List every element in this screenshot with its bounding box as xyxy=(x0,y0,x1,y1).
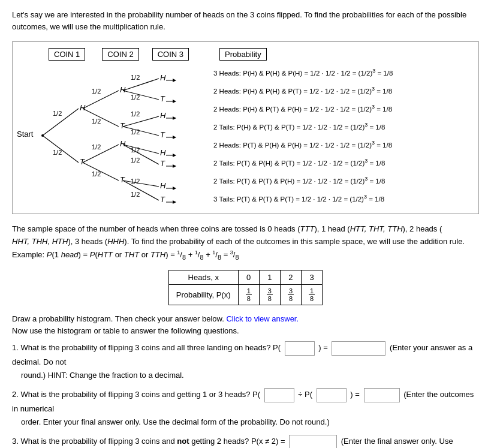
q3-text-after: getting 2 heads? P(x ≠ 2) = xyxy=(189,437,285,446)
svg-text:T: T xyxy=(160,94,165,103)
svg-text:1/2: 1/2 xyxy=(53,110,62,117)
svg-text:1/2: 1/2 xyxy=(131,191,140,198)
svg-text:1/2: 1/2 xyxy=(92,88,101,95)
now-use-text: Now use the histogram or table to answer… xyxy=(12,326,479,335)
q1-input-answer[interactable] xyxy=(332,341,385,356)
svg-line-32 xyxy=(123,145,159,154)
svg-text:1/2: 1/2 xyxy=(131,94,140,101)
svg-text:1/2: 1/2 xyxy=(131,128,140,136)
questions-section: 1. What is the probability of flipping 3… xyxy=(12,341,479,448)
q2-equals: ) = xyxy=(350,390,360,399)
svg-text:T: T xyxy=(160,195,165,204)
sample-space: The sample space of the number of heads … xyxy=(12,223,479,263)
q1-text-before: 1. What is the probability of flipping 3… xyxy=(12,343,281,352)
svg-text:1/2: 1/2 xyxy=(92,118,101,125)
prob-header: Probability xyxy=(219,48,267,61)
q3-input-answer[interactable] xyxy=(289,435,337,448)
prob-row-5: 2 Heads: P(T) & P(H) & P(H) = 1/2 · 1/2 … xyxy=(213,139,475,151)
tree-diagram: Start 1/2 H 1/2 T 1/2 H 1/2 T xyxy=(16,64,201,208)
svg-text:T: T xyxy=(120,175,125,184)
prob-row-4: 2 Tails: P(H) & P(T) & P(T) = 1/2 · 1/2 … xyxy=(213,121,475,133)
svg-line-29 xyxy=(123,127,159,136)
view-answer-link[interactable]: Click to view answer. xyxy=(226,314,299,323)
table-prob-3: 18 xyxy=(302,284,323,305)
probability-rows: 3 Heads: P(H) & P(H) & P(H) = 1/2 · 1/2 … xyxy=(207,64,475,208)
q3-not: not xyxy=(177,437,189,446)
probability-table: Heads, x 0 1 2 3 Probability, P(x) 18 38… xyxy=(168,270,323,305)
table-cell-0: 0 xyxy=(238,270,259,284)
prob-row-2: 2 Heads: P(H) & P(H) & P(T) = 1/2 · 1/2 … xyxy=(213,85,475,97)
question-1: 1. What is the probability of flipping 3… xyxy=(12,341,479,382)
diagram-area: COIN 1 COIN 2 COIN 3 Start 1/2 H 1/2 T xyxy=(12,41,479,214)
table-prob-1: 38 xyxy=(259,284,280,305)
svg-text:1/2: 1/2 xyxy=(92,143,101,151)
q2-note: order. Enter your final answer only. Use… xyxy=(21,417,330,426)
svg-text:T: T xyxy=(160,159,165,168)
svg-text:T: T xyxy=(160,130,165,139)
q2-text-before: 2. What is the probability of flipping 3… xyxy=(12,390,260,399)
svg-text:1/2: 1/2 xyxy=(131,74,140,81)
q1-equals: ) = xyxy=(318,343,328,352)
q2-divide: ÷ P( xyxy=(298,390,312,399)
q3-text-before: 3. What is the probability of flipping 3… xyxy=(12,437,177,446)
table-cell-3: 3 xyxy=(302,270,323,284)
q1-hint: round.) HINT: Change the fraction to a d… xyxy=(21,371,184,380)
q2-input-event1[interactable] xyxy=(264,388,294,402)
svg-text:1/2: 1/2 xyxy=(131,178,140,185)
svg-line-20 xyxy=(123,79,159,91)
svg-line-23 xyxy=(123,91,159,100)
svg-text:1/2: 1/2 xyxy=(53,149,62,156)
svg-line-35 xyxy=(123,145,159,164)
intro-text: Let's say we are interested in the proba… xyxy=(12,9,479,32)
question-3: 3. What is the probability of flipping 3… xyxy=(12,435,479,448)
svg-text:Start: Start xyxy=(17,130,34,139)
table-prob-2: 38 xyxy=(280,284,301,305)
coin1-header: COIN 1 xyxy=(49,48,85,61)
table-cell-1: 1 xyxy=(259,270,280,284)
table-header-prob: Probability, P(x) xyxy=(168,284,238,305)
svg-text:H: H xyxy=(160,111,166,120)
svg-text:1/2: 1/2 xyxy=(92,170,101,178)
table-header-heads: Heads, x xyxy=(168,270,238,284)
svg-line-26 xyxy=(123,116,159,127)
table-prob-0: 18 xyxy=(238,284,259,305)
prob-row-8: 3 Tails: P(T) & P(T) & P(T) = 1/2 · 1/2 … xyxy=(213,193,475,205)
prob-row-1: 3 Heads: P(H) & P(H) & P(H) = 1/2 · 1/2 … xyxy=(213,67,475,79)
prob-row-7: 2 Tails: P(T) & P(T) & P(H) = 1/2 · 1/2 … xyxy=(213,175,475,187)
q2-input-event2[interactable] xyxy=(317,388,347,402)
coin3-header: COIN 3 xyxy=(152,48,189,61)
question-2: 2. What is the probability of flipping 3… xyxy=(12,388,479,429)
prob-row-3: 2 Heads: P(H) & P(T) & P(H) = 1/2 · 1/2 … xyxy=(213,103,475,115)
svg-text:1/2: 1/2 xyxy=(131,110,140,118)
table-cell-2: 2 xyxy=(280,270,301,284)
q1-input-event[interactable] xyxy=(285,341,315,356)
svg-text:H: H xyxy=(160,73,166,82)
q2-input-answer[interactable] xyxy=(364,388,400,402)
svg-text:H: H xyxy=(120,139,126,148)
histogram-instruction: Draw a probability histogram. Then check… xyxy=(12,314,479,323)
svg-text:H: H xyxy=(160,148,166,157)
prob-row-6: 2 Tails: P(T) & P(H) & P(T) = 1/2 · 1/2 … xyxy=(213,157,475,169)
svg-text:T: T xyxy=(120,121,125,130)
svg-text:1/2: 1/2 xyxy=(131,157,140,164)
svg-text:H: H xyxy=(160,181,166,190)
coin2-header: COIN 2 xyxy=(102,48,138,61)
